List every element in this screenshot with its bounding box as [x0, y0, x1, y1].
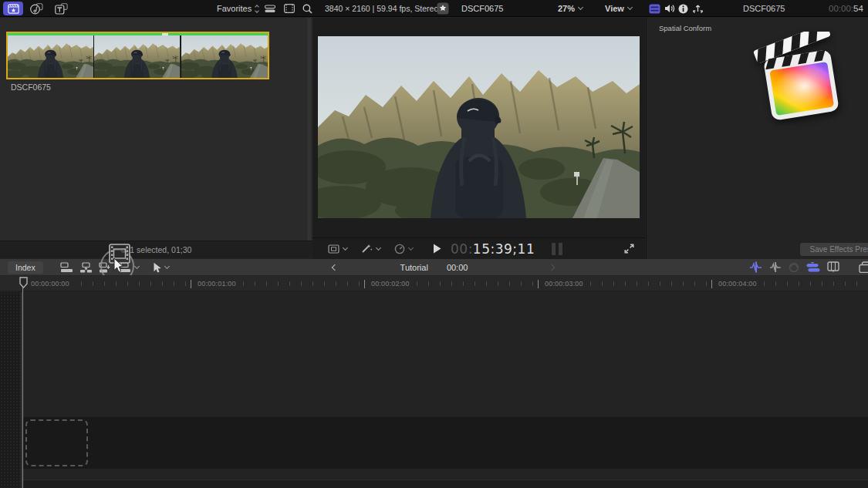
chevron-down-icon: [408, 244, 414, 250]
share-inspector-tab[interactable]: [692, 0, 704, 17]
audio-skimming-toggle[interactable]: [769, 261, 782, 273]
clip-drop-placeholder: [25, 419, 88, 466]
drag-cursor: [96, 227, 142, 275]
search-icon: [302, 4, 312, 14]
fullscreen-icon[interactable]: [624, 244, 634, 254]
photos-audio-icon: [30, 3, 43, 15]
pointer-tool-icon: [153, 262, 161, 273]
solo-toggle[interactable]: [789, 262, 799, 273]
retime-menu[interactable]: [394, 244, 413, 254]
info-inspector-tab[interactable]: [678, 0, 688, 17]
timeline-back-arrow[interactable]: [332, 264, 338, 271]
list-bars-icon: [265, 5, 275, 13]
info-icon: [678, 4, 688, 14]
ruler-timecode-label: 00:00:04:00: [716, 280, 759, 288]
timeline-bottom-strip: [22, 480, 868, 488]
viewer-controls: 00:15:39;11: [312, 237, 645, 259]
favorites-filter-dropdown[interactable]: Favorites: [217, 0, 258, 17]
chevron-down-icon: [627, 5, 633, 10]
chevron-down-icon: [578, 5, 583, 10]
connect-edit-button[interactable]: [60, 262, 73, 273]
ruler-timecode-label: 00:00:02:00: [369, 280, 412, 288]
save-effects-preset-button[interactable]: Save Effects Prese: [800, 243, 868, 256]
primary-storyline[interactable]: [22, 417, 868, 469]
viewer-timecode[interactable]: 00:15:39;11: [451, 241, 535, 257]
ruler-timecode-label: 00:00:01:00: [195, 280, 238, 288]
star-box-icon: [437, 2, 449, 15]
browser-scrollbar[interactable]: [307, 18, 311, 241]
playhead-line[interactable]: [22, 278, 23, 488]
final-cut-pro-logo: [753, 32, 846, 123]
favorite-green-stripe: [8, 33, 268, 35]
video-inspector-tab[interactable]: [649, 0, 660, 17]
ruler-timecode-label: 00:00:00:00: [29, 280, 72, 288]
search-button[interactable]: [302, 0, 312, 17]
viewer-clip-name: DSCF0675: [461, 0, 503, 17]
timeline-left-gutter: [0, 292, 22, 488]
enhancements-menu[interactable]: [361, 244, 380, 254]
inspector-clip-name: DSCF0675: [743, 0, 785, 17]
tool-select-dropdown[interactable]: [153, 262, 169, 273]
chevron-down-icon: [343, 244, 348, 250]
skimming-toggle[interactable]: [749, 261, 762, 273]
clapperboard-star-icon: [8, 4, 19, 14]
chevron-down-icon: [376, 244, 381, 250]
viewer-zoom-dropdown[interactable]: 27%: [558, 0, 583, 17]
chevron-down-icon: [164, 264, 170, 269]
viewer-view-dropdown[interactable]: View: [605, 0, 632, 17]
speaker-icon: [664, 4, 675, 13]
timeline-index-browser-icon[interactable]: [859, 261, 868, 273]
filmstrip-view-button[interactable]: [284, 0, 295, 17]
filmstrip-icon: [284, 4, 295, 13]
project-name[interactable]: Tutorial: [400, 263, 428, 272]
ruler-timecode-label: 00:00:03:00: [542, 280, 586, 288]
viewer-video-frame[interactable]: [318, 36, 640, 218]
audio-inspector-tab[interactable]: [664, 0, 675, 17]
dragged-filmstrip-icon: [110, 244, 130, 263]
favorite-badge[interactable]: [437, 0, 449, 17]
spatial-conform-label: Spatial Conform: [659, 24, 711, 32]
browser-clip-dscf0675[interactable]: [6, 32, 269, 79]
final-cut-pro-window: Favorites 3840 × 2160 | 59.94 fps, Stere…: [0, 0, 868, 488]
play-button[interactable]: [433, 244, 441, 254]
clip-appearance-button[interactable]: [265, 0, 275, 17]
playhead-handle[interactable]: [19, 277, 29, 288]
main-toolbar: Favorites 3840 × 2160 | 59.94 fps, Stere…: [0, 0, 868, 17]
clip-name-label: DSCF0675: [11, 82, 51, 92]
browser-status-bar: of 1 selected, 01;30: [0, 241, 312, 258]
insert-edit-button[interactable]: [79, 262, 93, 273]
index-button[interactable]: Index: [8, 261, 43, 274]
inspector-duration-timecode: 00:00:54: [829, 0, 863, 17]
inspector-panel: Spatial Conform Save Effects Prese: [646, 18, 868, 259]
photos-audio-sidebar-button[interactable]: [26, 2, 46, 15]
browser-panel: DSCF0675 of 1 selected, 01;30: [0, 18, 312, 241]
audio-meters[interactable]: [552, 243, 562, 255]
project-duration: 00:00: [447, 263, 468, 272]
favorites-filter-label: Favorites: [217, 4, 252, 13]
updown-chevrons-icon: [255, 5, 258, 12]
clip-appearance-menu[interactable]: [827, 261, 839, 273]
clip-filmstrip: [8, 35, 268, 78]
sidebar-libraries-button[interactable]: [3, 2, 23, 15]
titles-generators-sidebar-button[interactable]: [51, 2, 71, 15]
share-arrows-icon: [692, 4, 704, 14]
viewer-panel: 00:15:39;11: [312, 18, 645, 259]
titles-icon: [55, 3, 68, 15]
timeline-forward-arrow[interactable]: [549, 264, 555, 271]
video-inspector-icon: [649, 4, 660, 14]
timeline-area[interactable]: [0, 292, 868, 488]
snapping-toggle[interactable]: [806, 262, 820, 273]
crop-transform-menu[interactable]: [328, 244, 347, 254]
format-info: 3840 × 2160 | 59.94 fps, Stereo: [325, 0, 438, 17]
timeline-ruler[interactable]: 00:00:00:0000:00:01:0000:00:02:0000:00:0…: [0, 276, 868, 291]
